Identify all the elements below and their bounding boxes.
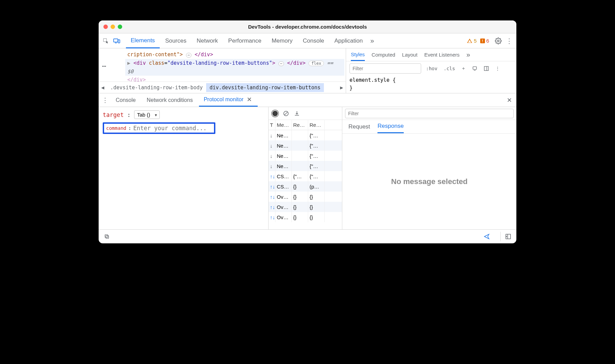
selected-dom-node[interactable]: ▶ <div class="devsite-landing-row-item-b… — [125, 59, 344, 76]
minimize-window-button[interactable] — [111, 25, 115, 29]
table-row[interactable]: ↑↓Ov…{}{} — [269, 192, 342, 202]
svg-rect-5 — [484, 66, 488, 71]
drawer-close-icon[interactable]: ✕ — [504, 96, 514, 104]
protocol-monitor-panel: target: Tab () command: — [99, 107, 516, 230]
issue-badges[interactable]: 5 ! 6 — [463, 38, 492, 44]
element-style-block[interactable]: element.style { } — [346, 76, 516, 93]
error-icon: ! — [480, 39, 485, 43]
direction-down-icon: ↓ — [269, 151, 275, 161]
tab-sources[interactable]: Sources — [160, 33, 191, 48]
styles-toolbar: :hov .cls ＋ ⋮ — [346, 61, 516, 76]
collapsed-icon[interactable]: ⋯ — [186, 53, 192, 58]
devtools-window: DevTools - developer.chrome.com/docs/dev… — [99, 20, 516, 243]
command-input[interactable] — [133, 125, 212, 132]
clear-icon[interactable] — [282, 110, 290, 117]
direction-both-icon: ↑↓ — [269, 171, 275, 181]
toggle-side-panel-icon[interactable] — [503, 232, 513, 241]
drawer-footer — [99, 230, 516, 243]
breadcrumb: ◀ .devsite-landing-row-item-body div.dev… — [99, 81, 346, 93]
table-row[interactable]: ↓Ne…{"… — [269, 140, 342, 151]
direction-both-icon: ↑↓ — [269, 181, 275, 192]
more-menu-icon[interactable]: ⋮ — [504, 36, 514, 46]
settings-icon[interactable] — [493, 36, 503, 46]
tab-computed[interactable]: Computed — [372, 48, 395, 61]
tab-console[interactable]: Console — [298, 33, 329, 48]
maximize-window-button[interactable] — [118, 25, 122, 29]
pm-table: T Me… Re… Re… ↓Ne…{"…↓Ne…{"…↓Ne…{"…↓Ne…{… — [269, 120, 342, 229]
pm-empty-state: No message selected — [342, 134, 516, 229]
direction-both-icon: ↑↓ — [269, 212, 275, 222]
tab-network[interactable]: Network — [192, 33, 223, 48]
tab-response[interactable]: Response — [377, 120, 404, 133]
tab-styles[interactable]: Styles — [351, 48, 365, 61]
device-toolbar-icon[interactable] — [112, 36, 122, 46]
warnings-badge[interactable]: 5 — [467, 38, 476, 44]
pm-command-pane: target: Tab () command: — [99, 107, 269, 229]
table-row[interactable]: ↓Ne…{"… — [269, 161, 342, 171]
styles-filter-input[interactable] — [349, 63, 421, 74]
close-window-button[interactable] — [103, 25, 108, 29]
tab-application[interactable]: Application — [330, 33, 368, 48]
table-row[interactable]: ↓Ne…{"… — [269, 130, 342, 140]
tab-elements[interactable]: Elements — [126, 34, 160, 48]
table-row[interactable]: ↓Ne…{"… — [269, 151, 342, 161]
svg-rect-4 — [473, 67, 477, 70]
direction-down-icon: ↓ — [269, 140, 275, 151]
svg-point-3 — [498, 40, 499, 42]
toggle-computed-panel-icon[interactable] — [482, 65, 490, 72]
direction-both-icon: ↑↓ — [269, 202, 275, 212]
drawer-tab-protocol-monitor[interactable]: Protocol monitor ✕ — [199, 93, 258, 107]
breadcrumb-item[interactable]: .devsite-landing-row-item-body — [107, 83, 206, 92]
pm-detail-tabs: Request Response — [342, 120, 516, 134]
svg-rect-1 — [114, 39, 118, 42]
drawer-more-icon[interactable]: ⋮ — [101, 96, 110, 104]
tab-event-listeners[interactable]: Event Listeners — [424, 48, 459, 61]
close-tab-icon[interactable]: ✕ — [247, 96, 253, 103]
pm-message-list: T Me… Re… Re… ↓Ne…{"…↓Ne…{"…↓Ne…{"…↓Ne…{… — [269, 107, 342, 229]
dom-tree[interactable]: ⋯ cription-content"> ⋯ </div> ▶ <div cla… — [99, 48, 346, 93]
errors-badge[interactable]: ! 6 — [480, 38, 489, 44]
warnings-count: 5 — [474, 38, 476, 44]
svg-rect-7 — [106, 236, 109, 238]
styles-more-icon[interactable]: ⋮ — [494, 65, 501, 72]
flex-badge[interactable]: flex — [309, 61, 324, 66]
tab-performance[interactable]: Performance — [224, 33, 266, 48]
tabs-overflow-button[interactable]: » — [368, 33, 376, 48]
drawer-tab-network-conditions[interactable]: Network conditions — [142, 93, 198, 107]
styles-tabstrip: Styles Computed Layout Event Listeners » — [346, 48, 516, 61]
styles-pane: Styles Computed Layout Event Listeners »… — [346, 48, 516, 93]
toggle-print-media-icon[interactable] — [471, 65, 479, 72]
traffic-lights — [99, 25, 122, 29]
record-icon[interactable] — [271, 110, 279, 117]
target-label: target — [103, 111, 124, 118]
svg-rect-8 — [105, 235, 108, 238]
direction-down-icon: ↓ — [269, 130, 275, 140]
collapsed-icon[interactable]: ⋯ — [278, 61, 284, 66]
save-icon[interactable] — [293, 110, 301, 117]
pm-filter-input[interactable] — [345, 109, 514, 118]
errors-count: 6 — [486, 38, 489, 44]
tab-request[interactable]: Request — [348, 120, 370, 133]
window-title: DevTools - developer.chrome.com/docs/dev… — [99, 24, 516, 30]
new-style-rule-icon[interactable]: ＋ — [460, 65, 467, 72]
send-command-icon[interactable] — [482, 232, 491, 241]
tab-layout[interactable]: Layout — [402, 48, 417, 61]
titlebar: DevTools - developer.chrome.com/docs/dev… — [99, 20, 516, 33]
breadcrumb-left-button[interactable]: ◀ — [99, 85, 107, 91]
styles-overflow-button[interactable]: » — [467, 48, 470, 61]
tab-memory[interactable]: Memory — [267, 33, 297, 48]
cls-toggle[interactable]: .cls — [442, 65, 457, 72]
drawer-tab-console[interactable]: Console — [111, 93, 141, 107]
table-row[interactable]: ↑↓CS…{"…{"… — [269, 171, 342, 181]
table-row[interactable]: ↑↓Ov…{}{} — [269, 212, 342, 222]
hov-toggle[interactable]: :hov — [425, 65, 439, 72]
inspect-element-icon[interactable] — [101, 36, 111, 46]
copy-icon[interactable] — [102, 232, 112, 241]
table-row[interactable]: ↑↓CS…{}(p… — [269, 181, 342, 192]
breadcrumb-item-active[interactable]: div.devsite-landing-row-item-buttons — [206, 83, 324, 92]
drawer-tabstrip: ⋮ Console Network conditions Protocol mo… — [99, 93, 516, 107]
target-select[interactable]: Tab () — [134, 110, 160, 119]
breadcrumb-right-button[interactable]: ▶ — [338, 85, 346, 91]
table-row[interactable]: ↑↓Ov…{}{} — [269, 202, 342, 212]
elements-panel: ⋯ cription-content"> ⋯ </div> ▶ <div cla… — [99, 48, 516, 93]
